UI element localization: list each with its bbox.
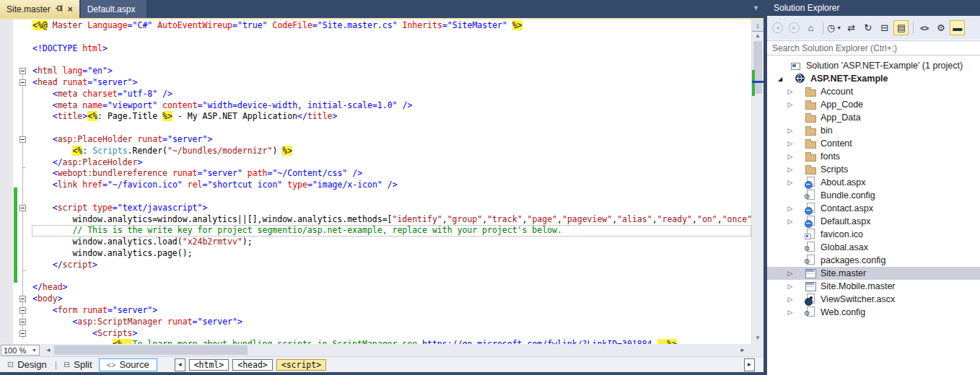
tree-item-asp.net-example[interactable]: ◢ASP.NET-Example — [767, 72, 980, 85]
scroll-down-icon[interactable]: ▼ — [752, 335, 764, 341]
document-list-dropdown-icon[interactable]: ▼ — [753, 4, 759, 12]
horizontal-scroll-thumb[interactable] — [54, 345, 248, 355]
tree-item-app-code[interactable]: ▷App_Code — [767, 98, 980, 111]
refresh-icon: ↻ — [864, 22, 872, 33]
collapse-arrow-icon[interactable]: ▷ — [784, 101, 796, 108]
tree-item-viewswitcher.ascx[interactable]: ▷ViewSwitcher.ascx — [767, 293, 980, 306]
solution-icon — [790, 60, 802, 71]
tree-item-account[interactable]: ▷Account — [767, 85, 980, 98]
refresh-button[interactable]: ↻ — [860, 20, 875, 35]
tree-item-app-data[interactable]: App_Data — [767, 111, 980, 124]
collapse-arrow-icon[interactable]: ▷ — [784, 283, 796, 290]
zoom-select[interactable]: 100 % ▼ — [1, 345, 40, 356]
solution-explorer-title[interactable]: Solution Explorer — [767, 0, 980, 16]
fold-collapse-icon[interactable] — [19, 79, 26, 86]
tree-item-contact.aspx[interactable]: ▷Contact.aspx — [767, 202, 980, 215]
fold-collapse-icon[interactable] — [19, 319, 26, 325]
aspx-icon — [805, 177, 816, 188]
tree-item-solution-asp.net-example-1-project-[interactable]: Solution 'ASP.NET-Example' (1 project) — [767, 59, 980, 72]
solution-search-input[interactable]: Search Solution Explorer (Ctrl+;) — [767, 40, 980, 56]
tree-item-label: Contact.aspx — [821, 203, 873, 213]
tree-item-favicon.ico[interactable]: favicon.ico — [767, 228, 980, 241]
expand-arrow-icon[interactable]: ◢ — [774, 76, 786, 82]
tree-item-bin[interactable]: ▷bin — [767, 124, 980, 137]
collapse-arrow-icon[interactable]: ▷ — [784, 218, 796, 225]
tree-item-label: About.aspx — [821, 177, 866, 188]
tree-item-fonts[interactable]: ▷fonts — [767, 150, 980, 163]
config-icon: ⚙ — [805, 255, 816, 266]
collapse-arrow-icon[interactable]: ▷ — [784, 296, 796, 303]
tree-item-label: Solution 'ASP.NET-Example' (1 project) — [806, 61, 963, 71]
fold-collapse-icon[interactable] — [19, 136, 26, 143]
collapse-arrow-icon[interactable]: ▷ — [784, 140, 796, 147]
tree-item-site.mobile.master[interactable]: ▷Site.Mobile.master — [767, 280, 980, 293]
tag-nav-forward-button[interactable]: ► — [744, 358, 755, 371]
folder-icon — [805, 164, 816, 175]
image-icon — [805, 229, 816, 240]
fold-collapse-icon[interactable] — [19, 307, 26, 314]
tag-crumb-script[interactable]: <script> — [276, 359, 326, 371]
tree-item-label: Scripts — [821, 164, 848, 175]
collapse-arrow-icon[interactable]: ▷ — [784, 270, 796, 277]
pin-icon[interactable] — [56, 4, 63, 14]
view-code-button[interactable]: <> — [916, 20, 932, 35]
editor-bottom-scroll-row: 100 % ▼ ◄ ► — [0, 344, 764, 356]
tree-item-content[interactable]: ▷Content — [767, 137, 980, 150]
source-view-button[interactable]: <> Source — [99, 358, 157, 371]
tree-item-site.master[interactable]: ▷Site.master — [767, 267, 980, 280]
collapse-all-button[interactable]: ⊟ — [877, 20, 892, 35]
zoom-value: 100 % — [4, 346, 26, 355]
vertical-scrollbar[interactable]: ↕ ▲ ▼ — [751, 19, 764, 344]
close-icon[interactable]: × — [68, 6, 73, 13]
collapse-arrow-icon[interactable]: ▷ — [784, 179, 796, 186]
fold-collapse-icon[interactable] — [19, 205, 26, 211]
asax-icon: ⚙ — [805, 242, 816, 253]
outlining-margin — [0, 19, 764, 344]
tree-item-label: favicon.ico — [821, 229, 863, 239]
fold-collapse-icon[interactable] — [19, 296, 26, 302]
dropdown-caret-icon: ▼ — [836, 25, 841, 30]
config-icon: ⚙ — [805, 306, 816, 318]
change-marker — [752, 70, 755, 96]
fold-end-tick — [22, 270, 26, 271]
tree-item-about.aspx[interactable]: ▷About.aspx — [767, 176, 980, 189]
tab-site.master[interactable]: Site.master× — [0, 0, 79, 18]
tag-crumb-head[interactable]: <head> — [232, 359, 273, 371]
preview-selected-items-button[interactable]: ▬ — [950, 20, 965, 35]
tree-item-label: Global.asax — [821, 242, 868, 252]
home-button[interactable]: ⌂ — [803, 20, 818, 35]
collapse-arrow-icon[interactable]: ▷ — [784, 309, 796, 316]
tree-item-bundle.config[interactable]: ⚙Bundle.config — [767, 189, 980, 202]
scroll-left-icon[interactable]: ◄ — [43, 344, 53, 356]
fold-collapse-icon[interactable] — [19, 330, 26, 337]
solution-tree: Solution 'ASP.NET-Example' (1 project)◢A… — [767, 59, 980, 375]
split-view-button[interactable]: ⊟ Split — [64, 359, 92, 370]
tree-item-global.asax[interactable]: ⚙Global.asax — [767, 241, 980, 254]
collapse-arrow-icon[interactable]: ▷ — [784, 88, 796, 95]
tree-item-default.aspx[interactable]: ▷Default.aspx — [767, 215, 980, 228]
tag-nav-back-button[interactable]: ◄ — [175, 358, 185, 371]
pending-changes-filter-button[interactable]: ◷▼ — [826, 20, 842, 35]
tree-item-packages.config[interactable]: ⚙packages.config — [767, 254, 980, 267]
tag-crumb-html[interactable]: <html> — [189, 359, 229, 371]
show-all-files-button[interactable]: ▤ — [893, 20, 909, 35]
tree-item-web.config[interactable]: ▷⚙Web.config — [767, 306, 980, 319]
editor-split-handle[interactable]: ↕ — [752, 19, 764, 32]
folder-icon — [805, 151, 816, 162]
tree-item-label: Site.Mobile.master — [821, 281, 896, 291]
tab-default.aspx[interactable]: Default.aspx — [81, 0, 147, 18]
scroll-up-icon[interactable]: ▲ — [752, 32, 764, 39]
code-editor[interactable]: <%@ Master Language="C#" AutoEventWireup… — [0, 19, 764, 344]
collapse-arrow-icon[interactable]: ▷ — [784, 166, 796, 173]
tree-item-scripts[interactable]: ▷Scripts — [767, 163, 980, 176]
fold-collapse-icon[interactable] — [19, 68, 26, 74]
collapse-arrow-icon[interactable]: ▷ — [784, 127, 796, 134]
aspx-icon — [805, 216, 816, 227]
design-view-button[interactable]: ⊡ Design — [7, 359, 47, 370]
collapse-arrow-icon[interactable]: ▷ — [784, 153, 796, 160]
zoom-dropdown-icon: ▼ — [32, 348, 37, 353]
sync-with-active-document-button[interactable]: ⇄ — [844, 20, 859, 35]
collapse-arrow-icon[interactable]: ▷ — [784, 205, 796, 212]
scroll-right-icon[interactable]: ► — [738, 344, 748, 356]
properties-button[interactable]: ⚙ — [933, 20, 948, 35]
